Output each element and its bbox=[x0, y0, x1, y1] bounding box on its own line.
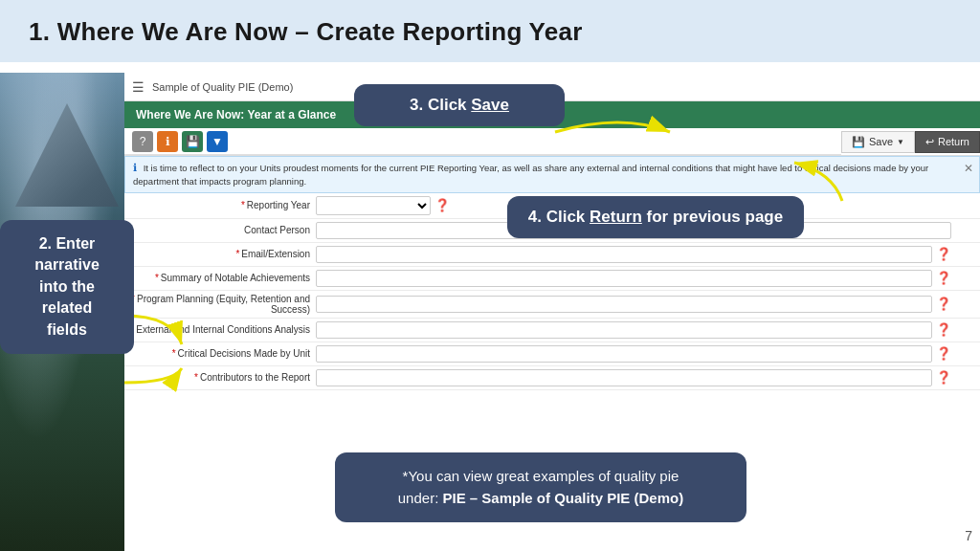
required-star: * bbox=[172, 348, 176, 359]
conditions-input[interactable] bbox=[316, 321, 932, 339]
page-title-label: Where We Are Now: Year at a Glance bbox=[136, 108, 336, 121]
form-row-decisions: *Critical Decisions Made by Unit ❓ bbox=[124, 342, 980, 366]
field-label-program-planning: *Program Planning (Equity, Retention and… bbox=[124, 294, 316, 315]
return-button[interactable]: ↩ Return bbox=[915, 131, 980, 153]
callout-step3-prefix: 3. Click bbox=[410, 96, 471, 114]
achievements-input[interactable] bbox=[316, 270, 932, 287]
email-input[interactable] bbox=[316, 246, 932, 263]
form-row-conditions: *External and Internal Conditions Analys… bbox=[124, 319, 980, 342]
callout-step2-text: 2. Enternarrativeinto therelatedfields bbox=[34, 235, 100, 338]
icon-toolbar: ? ℹ 💾 ▼ bbox=[124, 128, 841, 155]
callout-step4: 4. Click Return for previous page bbox=[507, 196, 804, 238]
help-icon-decisions[interactable]: ❓ bbox=[936, 346, 951, 361]
callout-bottom: *You can view great examples of quality … bbox=[335, 452, 746, 522]
callout-step4-bold: Return bbox=[590, 208, 642, 226]
required-star: * bbox=[194, 372, 198, 383]
toolbar-btn-info[interactable]: ℹ bbox=[157, 131, 178, 152]
help-icon-reporting-year[interactable]: ❓ bbox=[434, 198, 450, 212]
form-row-program-planning: *Program Planning (Equity, Retention and… bbox=[124, 291, 980, 319]
info-icon: ℹ bbox=[133, 162, 137, 173]
required-star: * bbox=[235, 249, 239, 259]
toolbar-btn-save-icon[interactable]: 💾 bbox=[182, 131, 203, 152]
save-icon: 💾 bbox=[852, 136, 865, 148]
form-row-email: *Email/Extension ❓ bbox=[124, 243, 980, 267]
contributors-input[interactable] bbox=[316, 369, 932, 386]
field-label-contributors: *Contributors to the Report bbox=[124, 372, 316, 383]
callout-step2: 2. Enternarrativeinto therelatedfields bbox=[0, 220, 134, 354]
toolbar-btn-help[interactable]: ? bbox=[132, 131, 153, 152]
callout-step4-suffix: for previous page bbox=[642, 208, 783, 226]
required-star: * bbox=[241, 200, 245, 210]
help-icon-email[interactable]: ❓ bbox=[936, 247, 951, 261]
field-label-email: *Email/Extension bbox=[124, 249, 316, 259]
field-label-reporting-year: *Reporting Year bbox=[124, 200, 316, 210]
form-row-achievements: *Summary of Notable Achievements ❓ bbox=[124, 267, 980, 291]
help-icon-program-planning[interactable]: ❓ bbox=[936, 297, 951, 311]
field-label-conditions: *External and Internal Conditions Analys… bbox=[124, 324, 316, 335]
help-icon-achievements[interactable]: ❓ bbox=[936, 271, 951, 285]
program-planning-input[interactable] bbox=[316, 296, 932, 313]
form-row-contributors: *Contributors to the Report ❓ bbox=[124, 366, 980, 390]
info-banner: ℹ It is time to reflect to on your Units… bbox=[124, 156, 980, 193]
field-input-program-planning: ❓ bbox=[316, 296, 980, 313]
save-button[interactable]: 💾 Save ▼ bbox=[841, 131, 915, 153]
save-dropdown-icon: ▼ bbox=[897, 138, 904, 146]
field-label-decisions: *Critical Decisions Made by Unit bbox=[124, 348, 316, 359]
page-number: 7 bbox=[965, 528, 972, 543]
field-input-email: ❓ bbox=[316, 246, 980, 263]
bottom-note-bold: PIE – Sample of Quality PIE (Demo) bbox=[442, 490, 683, 506]
field-input-contributors: ❓ bbox=[316, 369, 980, 386]
slide-header: 1. Where We Are Now – Create Reporting Y… bbox=[0, 0, 980, 62]
info-banner-text: It is time to reflect to on your Units p… bbox=[133, 163, 928, 187]
hamburger-icon[interactable]: ☰ bbox=[132, 79, 145, 95]
field-input-decisions: ❓ bbox=[316, 345, 980, 363]
callout-step3: 3. Click Save bbox=[354, 84, 565, 126]
field-input-achievements: ❓ bbox=[316, 270, 980, 287]
callout-step3-bold: Save bbox=[471, 96, 509, 114]
callout-step4-prefix: 4. Click bbox=[528, 208, 590, 226]
save-label: Save bbox=[869, 136, 893, 147]
close-icon[interactable]: ✕ bbox=[964, 161, 973, 177]
return-label: Return bbox=[938, 136, 969, 147]
return-icon: ↩ bbox=[925, 136, 934, 148]
field-label-contact-person: Contact Person bbox=[124, 225, 316, 235]
decisions-input[interactable] bbox=[316, 345, 932, 363]
help-icon-conditions[interactable]: ❓ bbox=[936, 322, 951, 337]
reporting-year-select[interactable] bbox=[316, 196, 431, 215]
toolbar-btn-filter[interactable]: ▼ bbox=[207, 131, 228, 152]
field-label-achievements: *Summary of Notable Achievements bbox=[124, 273, 316, 283]
required-star: * bbox=[155, 273, 159, 283]
field-input-conditions: ❓ bbox=[316, 321, 980, 339]
help-icon-contributors[interactable]: ❓ bbox=[936, 370, 951, 385]
app-name-label: Sample of Quality PIE (Demo) bbox=[152, 81, 293, 93]
